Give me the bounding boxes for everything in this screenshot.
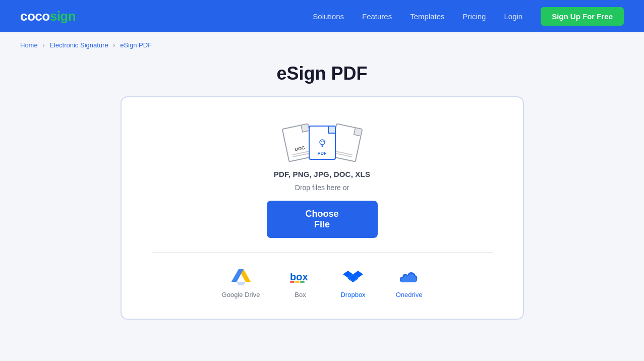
breadcrumb-current: eSign PDF <box>120 41 152 49</box>
logo-sign: sign <box>50 9 76 24</box>
header: cocosign Solutions Features Templates Pr… <box>0 0 644 32</box>
upload-card: DOC PDF <box>121 96 524 320</box>
breadcrumb-home[interactable]: Home <box>20 41 38 49</box>
box-icon: box <box>290 267 310 287</box>
onedrive-service[interactable]: Onedrive <box>396 267 423 298</box>
nav-pricing[interactable]: Pricing <box>463 12 486 21</box>
box-label: Box <box>295 291 306 298</box>
breadcrumb: Home › Electronic Signature › eSign PDF <box>0 32 644 53</box>
svg-point-0 <box>320 140 325 145</box>
page-title: eSign PDF <box>276 63 367 84</box>
dropbox-service[interactable]: Dropbox <box>340 267 365 298</box>
nav: Solutions Features Templates Pricing Log… <box>313 7 624 26</box>
corner-center <box>328 127 335 134</box>
nav-features[interactable]: Features <box>362 12 392 21</box>
main-content: eSign PDF DOC <box>0 53 644 340</box>
svg-rect-8 <box>295 281 300 283</box>
corner-left <box>301 125 309 133</box>
nav-login[interactable]: Login <box>504 12 522 21</box>
signup-button[interactable]: Sign Up For Free <box>541 7 624 26</box>
divider <box>152 252 493 253</box>
breadcrumb-sep-1: › <box>42 41 44 49</box>
logo: cocosign <box>20 9 76 24</box>
drop-text: Drop files here or <box>295 184 349 192</box>
dropbox-label: Dropbox <box>340 291 365 298</box>
svg-rect-9 <box>300 281 305 283</box>
svg-marker-4 <box>231 269 244 282</box>
formats-text: PDF, PNG, JPG, DOC, XLS <box>274 170 370 178</box>
breadcrumb-esignature[interactable]: Electronic Signature <box>49 41 108 49</box>
google-drive-label: Google Drive <box>222 291 260 298</box>
corner-right <box>353 128 362 137</box>
google-drive-service[interactable]: Google Drive <box>222 267 260 298</box>
svg-rect-7 <box>290 281 295 283</box>
nav-solutions[interactable]: Solutions <box>313 12 344 21</box>
breadcrumb-sep-2: › <box>113 41 115 49</box>
file-icons-illustration: DOC PDF <box>282 119 363 160</box>
choose-file-button[interactable]: Choose File <box>267 201 378 238</box>
google-drive-icon <box>231 267 251 287</box>
onedrive-icon <box>399 267 419 287</box>
pdf-icon-center: PDF <box>309 126 336 160</box>
box-service[interactable]: box Box <box>290 267 310 298</box>
logo-coco: coco <box>20 9 50 24</box>
svg-marker-5 <box>237 282 246 285</box>
svg-text:box: box <box>290 271 308 282</box>
onedrive-label: Onedrive <box>396 291 423 298</box>
nav-templates[interactable]: Templates <box>410 12 444 21</box>
cloud-services: Google Drive box Box <box>222 267 423 298</box>
dropbox-icon <box>343 267 363 287</box>
pdf-pen-svg <box>317 138 328 149</box>
